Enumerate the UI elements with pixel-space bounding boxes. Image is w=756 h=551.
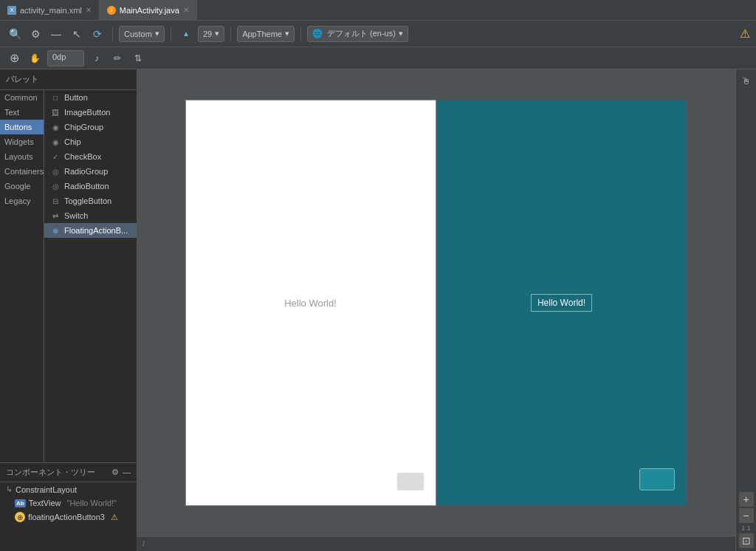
chip-icon: ◉ [50, 137, 61, 147]
zoom-out-label: − [743, 510, 749, 521]
button-icon: □ [50, 92, 61, 103]
align-btn[interactable]: ⇅ [130, 50, 146, 66]
search-button[interactable]: 🔍 [6, 25, 24, 43]
pan-btn[interactable]: ✋ [27, 50, 43, 66]
fab-icon: ⊕ [50, 225, 61, 236]
palette-item-switch[interactable]: ⇄ Switch [44, 208, 137, 223]
zoom-fit-btn[interactable]: ⊡ [739, 533, 754, 548]
fab-tree-icon: ⊕ [15, 512, 25, 522]
preview-fab [639, 468, 675, 490]
tree-item-textview[interactable]: Ab TextView "Hello World!" [9, 496, 137, 510]
switch-icon: ⇄ [50, 211, 61, 221]
rotate-button[interactable]: ⟳ [89, 25, 106, 43]
category-widgets[interactable]: Widgets [0, 134, 44, 149]
tree-textview-sublabel: "Hello World!" [67, 499, 117, 507]
dp-input[interactable]: 0dp [47, 50, 84, 66]
palette-item-chipgroup[interactable]: ◉ ChipGroup [44, 120, 137, 134]
component-tree-header: コンポーネント・ツリー ⚙ — [0, 463, 137, 482]
component-settings-icon[interactable]: ⚙ [111, 468, 119, 477]
palette-section: パレット Common Text Buttons Widgets [0, 69, 137, 462]
separator-2 [171, 27, 171, 41]
java-icon: J [107, 6, 116, 15]
togglebutton-icon: ⊟ [50, 196, 61, 206]
palette-items-list: □ Button 🖼 ImageButton ◉ ChipGroup ◉ Chi… [44, 90, 137, 462]
palette-item-checkbox[interactable]: ✓ CheckBox [44, 149, 137, 164]
category-containers[interactable]: Containers [0, 164, 44, 179]
palette-item-button[interactable]: □ Button [44, 90, 137, 105]
cursor-button[interactable]: ↖ [68, 25, 86, 43]
api-level-dropdown[interactable]: 29 ▾ [198, 26, 224, 42]
palette-item-switch-label: Switch [64, 211, 88, 220]
custom-dropdown[interactable]: Custom ▾ [119, 26, 165, 42]
palette-item-imagebutton[interactable]: 🖼 ImageButton [44, 105, 137, 120]
palette-item-imagebutton-label: ImageButton [64, 108, 110, 117]
tab-activity-xml[interactable]: X activity_main.xml ✕ [0, 0, 100, 20]
component-header-icons: ⚙ — [111, 468, 131, 477]
preview-hello-world-box: Hello World! [531, 294, 592, 312]
component-tree-title: コンポーネント・ツリー [6, 467, 95, 478]
palette-item-radiogroup[interactable]: ◎ RadioGroup [44, 164, 137, 179]
zoom-controls: + − 1:1 ⊡ [739, 492, 754, 548]
theme-dropdown[interactable]: AppTheme ▾ [237, 26, 295, 42]
tab-xml-label: activity_main.xml [20, 6, 82, 15]
wireframe-fab [397, 473, 424, 490]
settings-button[interactable]: ⚙ [27, 25, 44, 43]
ab-icon: Ab [15, 499, 26, 507]
phone-preview: Hello World! [436, 100, 687, 506]
category-buttons[interactable]: Buttons [0, 120, 44, 134]
palette-item-chip-label: Chip [64, 137, 81, 146]
separator-1 [112, 27, 113, 41]
tab-main-activity[interactable]: J MainActivity.java ✕ [100, 0, 197, 20]
palette-item-fab[interactable]: ⊕ FloatingActionB... [44, 223, 137, 238]
radiobutton-icon: ◎ [50, 181, 61, 191]
preview-hello-world-text: Hello World! [537, 298, 585, 308]
zoom-out-btn[interactable]: − [739, 508, 754, 523]
brush-btn[interactable]: ✏ [109, 50, 126, 66]
minimize-button[interactable]: — [47, 25, 65, 43]
dropdown-arrow: ▾ [155, 29, 159, 38]
right-tool-cursor[interactable]: 🖱 [738, 72, 755, 89]
palette-item-button-label: Button [64, 93, 88, 102]
category-legacy[interactable]: Legacy [0, 194, 44, 208]
tree-textview-label: TextView [29, 499, 61, 507]
zoom-in-btn[interactable]: + [739, 492, 754, 507]
category-text-label: Text [4, 108, 19, 117]
locale-dropdown[interactable]: 🌐 デフォルト (en-us) ▾ [307, 26, 408, 42]
palette-categories: Common Text Buttons Widgets Layouts [0, 90, 44, 462]
status-separator: / [142, 540, 145, 548]
palette-item-togglebutton-label: ToggleButton [64, 196, 111, 205]
palette-item-radiobutton[interactable]: ◎ RadioButton [44, 179, 137, 194]
tree-item-constraint[interactable]: ↳ ConstraintLayout [0, 482, 137, 496]
main-area: パレット Common Text Buttons Widgets [0, 69, 756, 551]
editor-area: Hello World! Hello World! / [137, 69, 735, 551]
locale-label: デフォルト (en-us) [327, 28, 396, 39]
palette-item-chip[interactable]: ◉ Chip [44, 134, 137, 149]
locale-arrow: ▾ [399, 29, 403, 38]
palette-item-togglebutton[interactable]: ⊟ ToggleButton [44, 194, 137, 208]
radiogroup-icon: ◎ [50, 166, 61, 177]
sub-toolbar: ⊕ ✋ 0dp ♪ ✏ ⇅ [0, 47, 756, 69]
design-canvas[interactable]: Hello World! Hello World! [137, 69, 735, 536]
tree-item-fab[interactable]: ⊕ floatingActionButton3 ⚠ [9, 510, 137, 524]
component-minimize-icon[interactable]: — [123, 468, 131, 477]
category-legacy-label: Legacy [4, 196, 30, 205]
tree-fab-label: floatingActionButton3 [28, 513, 105, 521]
palette-item-chipgroup-label: ChipGroup [64, 123, 103, 131]
zoom-in-btn[interactable]: ⊕ [6, 50, 22, 66]
api-label: 29 [203, 30, 212, 38]
category-common[interactable]: Common [0, 90, 44, 105]
warning-icon: ⚠ [740, 27, 750, 41]
imagebutton-icon: 🖼 [50, 107, 61, 117]
zoom-ratio: 1:1 [741, 524, 751, 532]
tab-xml-close[interactable]: ✕ [86, 6, 92, 14]
palette-item-radiogroup-label: RadioGroup [64, 167, 108, 176]
category-text[interactable]: Text [0, 105, 44, 120]
music-btn[interactable]: ♪ [89, 50, 105, 66]
checkbox-icon: ✓ [50, 151, 61, 162]
category-buttons-label: Buttons [4, 123, 32, 131]
category-layouts[interactable]: Layouts [0, 149, 44, 164]
zoom-in-label: + [743, 493, 749, 505]
category-google[interactable]: Google [0, 179, 44, 194]
tab-java-close[interactable]: ✕ [183, 6, 189, 14]
chipgroup-icon: ◉ [50, 122, 61, 132]
